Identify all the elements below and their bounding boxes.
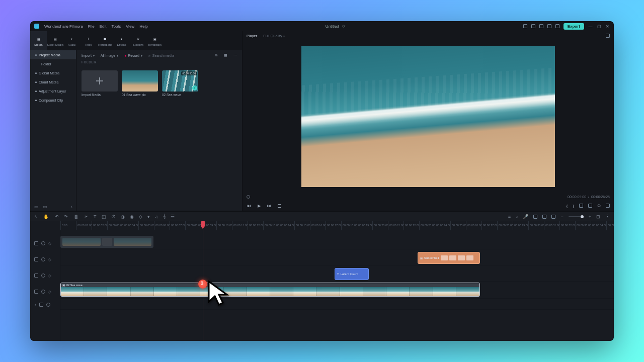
menu-help[interactable]: Help: [139, 24, 147, 29]
tab-templates[interactable]: ▣Templates: [146, 31, 163, 50]
sidebar-item-global-media[interactable]: Global Media: [30, 68, 76, 77]
filter-dropdown[interactable]: All Image▾: [101, 54, 118, 57]
view-icon[interactable]: ▦: [224, 53, 227, 57]
cloud-sync-icon[interactable]: ⟳: [342, 24, 346, 29]
eye-icon[interactable]: [41, 290, 45, 294]
sidebar-item-folder[interactable]: Folder: [30, 59, 76, 68]
maximize-icon[interactable]: ▢: [597, 24, 601, 29]
minimize-icon[interactable]: —: [588, 24, 593, 29]
settings-icon[interactable]: ⚙: [597, 204, 601, 208]
zoom-fit-icon[interactable]: ⊡: [596, 214, 600, 219]
new-bin-icon[interactable]: ▭: [43, 204, 47, 209]
mute-icon[interactable]: ◇: [48, 257, 51, 262]
stop-button[interactable]: [277, 203, 282, 208]
tab-transitions[interactable]: ⇆Transitions: [97, 31, 113, 50]
zoom-slider[interactable]: [569, 216, 584, 217]
tab-titles[interactable]: TTitles: [80, 31, 97, 50]
split-icon[interactable]: ✂: [85, 214, 89, 219]
eye-icon[interactable]: [41, 241, 45, 245]
menu-edit[interactable]: Edit: [100, 24, 107, 29]
timeline-more-icon[interactable]: ⋮: [605, 214, 610, 219]
ratio-icon[interactable]: [588, 204, 592, 208]
import-media-card[interactable]: Import Media: [82, 70, 118, 97]
mute-icon[interactable]: ◇: [48, 241, 51, 246]
lock-icon[interactable]: [34, 274, 38, 278]
snap-icon[interactable]: [533, 215, 537, 219]
track-area[interactable]: 0:0000:00:01:0000:00:02:0000:00:03:0000:…: [60, 221, 614, 341]
render-icon[interactable]: ☰: [171, 214, 175, 219]
toggle-2-icon[interactable]: [551, 215, 555, 219]
link-icon[interactable]: 𝄞: [163, 214, 166, 219]
more-icon[interactable]: ⋯: [233, 53, 237, 57]
time-ruler[interactable]: 0:0000:00:01:0000:00:02:0000:00:03:0000:…: [60, 221, 614, 230]
hand-tool-icon[interactable]: ✋: [43, 214, 49, 219]
delete-icon[interactable]: 🗑: [74, 214, 78, 219]
layout-icon-5[interactable]: [555, 24, 559, 28]
clip-main-video[interactable]: ▣02 Sea wave: [60, 283, 480, 297]
tab-stock-media[interactable]: ▤Stock Media: [47, 31, 63, 50]
next-frame-button[interactable]: ⏭: [267, 203, 272, 208]
audio-duck-icon[interactable]: ♪: [516, 214, 518, 219]
layout-icon-3[interactable]: [539, 24, 543, 28]
new-folder-icon[interactable]: ▭: [34, 204, 39, 209]
track-header[interactable]: ◇: [30, 235, 60, 251]
mute-icon[interactable]: ◇: [48, 290, 51, 294]
lock-icon[interactable]: [39, 303, 43, 307]
fullscreen-icon[interactable]: [606, 204, 610, 208]
layout-icon-1[interactable]: [523, 24, 527, 28]
green-screen-icon[interactable]: ◉: [130, 214, 134, 219]
tab-effects[interactable]: ✦Effects: [113, 31, 130, 50]
video-track-4[interactable]: [60, 234, 614, 249]
video-track-2[interactable]: TLorem Ipsum: [60, 266, 614, 282]
zoom-in-icon[interactable]: +: [589, 214, 591, 219]
snapshot-icon[interactable]: [579, 204, 583, 208]
clip-subscribe[interactable]: ⊞Subscribe1: [418, 252, 480, 264]
speed-icon[interactable]: ⏱: [111, 214, 116, 219]
close-icon[interactable]: ✕: [605, 24, 610, 29]
video-preview[interactable]: [243, 40, 614, 193]
sidebar-item-adjustment-layer[interactable]: Adjustment Layer: [30, 86, 76, 96]
import-dropdown[interactable]: Import▾: [82, 54, 95, 57]
lock-icon[interactable]: [34, 290, 38, 294]
undo-icon[interactable]: ↶: [55, 214, 59, 219]
tab-media[interactable]: ▦Media: [30, 31, 47, 50]
quality-dropdown[interactable]: Full Quality ▾: [263, 34, 285, 38]
keyframe-icon[interactable]: ◇: [139, 214, 142, 219]
menu-file[interactable]: File: [88, 24, 95, 29]
collapse-icon[interactable]: ‹: [71, 204, 72, 209]
color-icon[interactable]: ◑: [121, 214, 125, 219]
voiceover-icon[interactable]: 🎤: [523, 214, 528, 219]
tab-audio[interactable]: ♪Audio: [63, 31, 80, 50]
sort-icon[interactable]: ⇅: [215, 53, 218, 57]
media-card[interactable]: 00:00:30:00 ✓ 02 Sea wave: [162, 70, 198, 97]
redo-icon[interactable]: ↷: [64, 214, 68, 219]
sidebar-item-project-media[interactable]: Project Media: [30, 50, 76, 59]
clip-title[interactable]: TLorem Ipsum: [335, 268, 369, 280]
audio-track-1[interactable]: [60, 300, 614, 310]
media-card[interactable]: 01 Sea wave pic: [122, 70, 158, 97]
crop-icon[interactable]: ◫: [102, 214, 106, 219]
eye-icon[interactable]: [41, 257, 45, 261]
play-button[interactable]: ▶: [257, 203, 262, 208]
track-header[interactable]: ◇: [30, 267, 60, 284]
playhead[interactable]: [203, 221, 203, 341]
mark-out-icon[interactable]: }: [573, 204, 574, 208]
video-track-1[interactable]: ▣02 Sea wave: [60, 282, 614, 299]
track-header[interactable]: ◇: [30, 284, 60, 300]
audio-track-header[interactable]: ♪: [30, 300, 60, 310]
menu-tools[interactable]: Tools: [111, 24, 121, 29]
eye-icon[interactable]: [46, 303, 50, 307]
track-header[interactable]: ◇: [30, 251, 60, 267]
text-tool-icon[interactable]: T: [94, 214, 97, 219]
mute-icon[interactable]: ◇: [48, 274, 51, 278]
expand-player-icon[interactable]: [606, 34, 610, 38]
tab-stickers[interactable]: ☺Stickers: [130, 31, 146, 50]
layout-icon-4[interactable]: [547, 24, 551, 28]
sidebar-item-compound-clip[interactable]: Compound Clip: [30, 96, 76, 105]
toggle-1-icon[interactable]: [542, 215, 546, 219]
clip-ghost[interactable]: [60, 236, 153, 248]
lock-icon[interactable]: [34, 257, 38, 261]
mark-in-icon[interactable]: {: [567, 204, 568, 208]
playhead-handle-icon[interactable]: [201, 221, 205, 226]
layout-icon-2[interactable]: [531, 24, 535, 28]
